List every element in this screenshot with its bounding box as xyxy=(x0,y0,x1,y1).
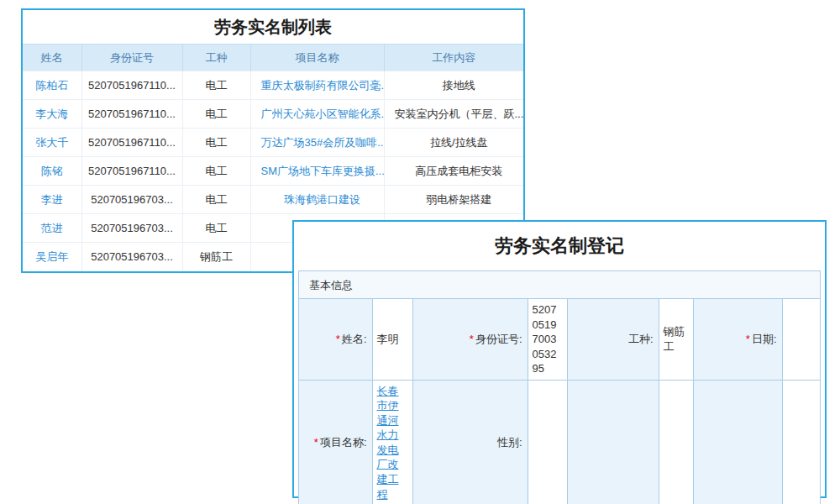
trade-field-value: 钢筋工 xyxy=(659,299,693,380)
empty-label-cell xyxy=(567,380,659,504)
work-cell: 拉线/拉线盘 xyxy=(384,129,523,157)
gender-field-value[interactable] xyxy=(528,380,567,504)
date-field-value[interactable] xyxy=(782,299,820,380)
project-link[interactable]: 重庆太极制药有限公司毫... xyxy=(261,79,385,92)
project-cell: SM广场地下车库更换摄... xyxy=(250,157,384,186)
worker-name-link[interactable]: 陈柏石 xyxy=(35,79,68,92)
required-asterisk: * xyxy=(314,436,318,449)
project-cell: 万达广场35#会所及咖啡... xyxy=(250,129,384,157)
project-link[interactable]: 万达广场35#会所及咖啡... xyxy=(261,136,385,149)
col-header-trade: 工种 xyxy=(182,45,250,71)
col-header-work: 工作内容 xyxy=(384,45,523,71)
name-cell: 范进 xyxy=(23,214,81,243)
project-link[interactable]: 广州天心苑小区智能化系... xyxy=(261,108,385,120)
worker-name-link[interactable]: 吴启年 xyxy=(35,250,68,263)
project-field-label: *项目名称: xyxy=(299,380,372,504)
idcard-cell: 5207051967110... xyxy=(81,129,182,157)
labor-registration-panel: 劳务实名制登记 基本信息 *姓名: 李明 *身份证号: 520705197003… xyxy=(292,220,827,498)
worker-name-link[interactable]: 范进 xyxy=(41,222,63,234)
idcard-cell: 520705196703... xyxy=(81,214,182,243)
name-cell: 李大海 xyxy=(23,100,81,129)
trade-cell: 钢筋工 xyxy=(182,243,250,271)
worker-name-link[interactable]: 李大海 xyxy=(35,108,68,120)
table-header-row: 姓名 身份证号 工种 项目名称 工作内容 xyxy=(23,45,523,71)
page: { "colors": { "accent": "#2BA9E1", "head… xyxy=(0,0,840,504)
project-cell: 珠海鹤港口建设 xyxy=(250,186,384,214)
name-cell: 陈铭 xyxy=(23,157,81,186)
name-cell: 李进 xyxy=(23,186,81,214)
idcard-field-value: 520705197003053295 xyxy=(528,299,567,380)
list-title: 劳务实名制列表 xyxy=(23,10,523,44)
idcard-cell: 5207051967110... xyxy=(81,157,182,186)
trade-cell: 电工 xyxy=(182,71,250,100)
work-cell: 高压成套电柜安装 xyxy=(384,157,523,186)
required-asterisk: * xyxy=(336,333,340,345)
name-field-value: 李明 xyxy=(372,299,412,380)
idcard-field-label: *身份证号: xyxy=(412,299,528,380)
gender-field-label: 性别: xyxy=(412,380,528,504)
project-link[interactable]: SM广场地下车库更换摄... xyxy=(261,165,385,177)
col-header-project: 项目名称 xyxy=(250,45,384,71)
project-field-value: 长春市伊通河水力发电厂改建工程 xyxy=(372,380,412,504)
name-cell: 吴启年 xyxy=(23,243,81,271)
registration-grid: *姓名: 李明 *身份证号: 520705197003053295 工种: 钢筋… xyxy=(299,299,820,504)
trade-cell: 电工 xyxy=(182,129,250,157)
work-cell: 弱电桥架搭建 xyxy=(384,186,523,214)
trade-cell: 电工 xyxy=(182,157,250,186)
project-link[interactable]: 珠海鹤港口建设 xyxy=(284,193,360,206)
table-row: 李进 520705196703... 电工 珠海鹤港口建设 弱电桥架搭建 xyxy=(23,186,523,214)
table-row: 张大千 5207051967110... 电工 万达广场35#会所及咖啡... … xyxy=(23,129,523,157)
project-cell: 广州天心苑小区智能化系... xyxy=(250,100,384,129)
empty-label-cell xyxy=(693,380,782,504)
required-asterisk: * xyxy=(470,333,474,345)
empty-value-cell xyxy=(659,380,693,504)
empty-value-cell xyxy=(782,380,820,504)
date-field-label: *日期: xyxy=(693,299,782,380)
worker-name-link[interactable]: 李进 xyxy=(41,193,63,206)
section-header: 基本信息 xyxy=(299,271,820,299)
worker-name-link[interactable]: 陈铭 xyxy=(41,165,63,177)
required-asterisk: * xyxy=(746,333,750,345)
name-cell: 陈柏石 xyxy=(23,71,81,100)
name-field-label: *姓名: xyxy=(299,299,372,380)
project-cell: 重庆太极制药有限公司毫... xyxy=(250,71,384,100)
idcard-cell: 520705196703... xyxy=(81,186,182,214)
project-name-link[interactable]: 长春市伊通河水力发电厂改建工程 xyxy=(377,385,399,501)
work-cell: 接地线 xyxy=(384,71,523,100)
trade-cell: 电工 xyxy=(182,214,250,243)
form-row-1: *姓名: 李明 *身份证号: 520705197003053295 工种: 钢筋… xyxy=(299,299,820,380)
trade-cell: 电工 xyxy=(182,186,250,214)
form-row-2: *项目名称: 长春市伊通河水力发电厂改建工程 性别: xyxy=(299,380,820,504)
work-cell: 安装室内分机（平层、跃... xyxy=(384,100,523,129)
form-title: 劳务实名制登记 xyxy=(294,222,825,270)
table-row: 李大海 5207051967110... 电工 广州天心苑小区智能化系... 安… xyxy=(23,100,523,129)
name-cell: 张大千 xyxy=(23,129,81,157)
col-header-idcard: 身份证号 xyxy=(81,45,182,71)
trade-cell: 电工 xyxy=(182,100,250,129)
table-row: 陈柏石 5207051967110... 电工 重庆太极制药有限公司毫... 接… xyxy=(23,71,523,100)
worker-name-link[interactable]: 张大千 xyxy=(35,136,68,149)
basic-info-box: 基本信息 *姓名: 李明 *身份证号: 520705197003053295 工… xyxy=(298,270,821,504)
trade-field-label: 工种: xyxy=(567,299,659,380)
table-row: 陈铭 5207051967110... 电工 SM广场地下车库更换摄... 高压… xyxy=(23,157,523,186)
idcard-cell: 520705196703... xyxy=(81,243,182,271)
idcard-cell: 5207051967110... xyxy=(81,71,182,100)
idcard-cell: 5207051967110... xyxy=(81,100,182,129)
col-header-name: 姓名 xyxy=(23,45,81,71)
